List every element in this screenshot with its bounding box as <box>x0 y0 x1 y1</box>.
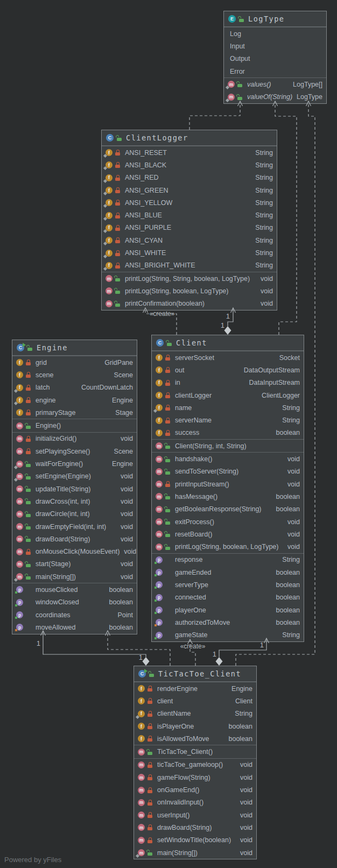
method-row[interactable]: mmain(String[])void <box>134 846 256 859</box>
edge-composition-client-clientlogger[interactable] <box>228 308 233 326</box>
method-row[interactable]: mprintLog(String, boolean, LogType)void <box>102 285 277 297</box>
field-row[interactable]: fclientClient <box>134 695 256 707</box>
class-title: Client <box>176 338 207 347</box>
method-row[interactable]: monGameEnd()void <box>134 784 256 796</box>
field-row[interactable]: fgridGridPane <box>12 356 137 369</box>
field-row[interactable]: fANSI_GREENString <box>102 184 277 196</box>
method-row[interactable]: mdrawCircle(int, int)void <box>12 508 137 520</box>
method-row[interactable]: mhasMessage()boolean <box>152 490 304 503</box>
enum-constant-row[interactable]: Input <box>224 40 326 52</box>
method-row[interactable]: mprintInputStream()void <box>152 478 304 490</box>
method-row[interactable]: mdrawBoard(String)void <box>134 821 256 834</box>
method-row[interactable]: mvalues()LogType[] <box>224 78 326 90</box>
method-row[interactable]: mvalueOf(String)LogType <box>224 90 326 103</box>
class-header[interactable]: CClientLogger <box>102 130 277 146</box>
field-row[interactable]: fnameString <box>152 401 304 414</box>
property-row[interactable]: pserverTypeboolean <box>152 578 304 591</box>
method-row[interactable]: mdrawEmptyField(int, int)void <box>12 520 137 533</box>
field-row[interactable]: fANSI_WHITEString <box>102 246 277 259</box>
method-row[interactable]: monMouseClick(MouseEvent)void <box>12 545 137 558</box>
field-row[interactable]: fsuccessboolean <box>152 427 304 439</box>
method-row[interactable]: msetPlayingScene()Scene <box>12 445 137 457</box>
method-row[interactable]: mdrawBoard(String)void <box>12 533 137 545</box>
method-row[interactable]: mTicTacToe_Client() <box>134 745 256 758</box>
method-row[interactable]: mwaitForEngine()Engine <box>12 457 137 470</box>
method-row[interactable]: mgetBooleanResponse(String)boolean <box>152 503 304 516</box>
property-row[interactable]: pplayerOneboolean <box>152 604 304 616</box>
field-row[interactable]: fANSI_BRIGHT_WHITEString <box>102 259 277 272</box>
method-row[interactable]: mgameFlow(String)void <box>134 771 256 784</box>
field-row[interactable]: fisPlayerOneboolean <box>134 720 256 732</box>
method-row[interactable]: mexitProcess()void <box>152 516 304 528</box>
member-icons: f <box>156 366 171 373</box>
property-row[interactable]: pgameEndedboolean <box>152 566 304 578</box>
edge-create-tictactoe-client[interactable] <box>190 639 195 666</box>
member-name: in <box>175 379 180 386</box>
field-row[interactable]: fANSI_BLACKString <box>102 159 277 171</box>
class-node-clientlogger[interactable]: CClientLoggerfANSI_RESETStringfANSI_BLAC… <box>101 130 277 310</box>
method-row[interactable]: mstart(Stage)void <box>12 558 137 570</box>
field-row[interactable]: fANSI_PURPLEString <box>102 222 277 234</box>
property-row[interactable]: pmouseClickedboolean <box>12 583 137 596</box>
class-node-client[interactable]: CClientfserverSocketSocketfoutDataOutput… <box>151 335 304 642</box>
method-row[interactable]: muserInput()void <box>134 809 256 821</box>
method-row[interactable]: msendToServer(String)void <box>152 465 304 478</box>
field-row[interactable]: fserverNameString <box>152 414 304 426</box>
class-node-logtype[interactable]: ELogTypeLogInputOutputErrormvalues()LogT… <box>223 11 327 104</box>
method-row[interactable]: mresetBoard()void <box>152 528 304 540</box>
property-row[interactable]: presponseString <box>152 554 304 566</box>
class-header[interactable]: ELogType <box>224 11 326 27</box>
enum-constant-row[interactable]: Output <box>224 53 326 65</box>
member-icons: f <box>156 379 171 386</box>
method-row[interactable]: minitializeGrid()void <box>12 433 137 445</box>
method-row[interactable]: mClient(String, int, String) <box>152 440 304 452</box>
field-row[interactable]: flatchCountDownLatch <box>12 382 137 394</box>
field-row[interactable]: fANSI_CYANString <box>102 234 277 246</box>
field-row[interactable]: fisAllowedToMoveboolean <box>134 732 256 745</box>
property-row[interactable]: pcoordinatesPoint <box>12 609 137 621</box>
field-row[interactable]: fclientNameString <box>134 708 256 720</box>
method-row[interactable]: mhandshake()void <box>152 453 304 465</box>
method-row[interactable]: msetEngine(Engine)void <box>12 470 137 483</box>
edge-dependency-clientlogger-logtype[interactable] <box>189 101 240 130</box>
class-header[interactable]: CEngine <box>12 340 137 356</box>
method-row[interactable]: mprintLog(String, boolean, LogType)void <box>152 540 304 553</box>
method-row[interactable]: msetWindowTitle(boolean)void <box>134 834 256 846</box>
edge-dependency-client-logtype[interactable] <box>275 101 297 335</box>
property-row[interactable]: pgameStateString <box>152 629 304 641</box>
method-row[interactable]: mticTacToe_gameloop()void <box>134 759 256 771</box>
property-row[interactable]: pwindowClosedboolean <box>12 596 137 609</box>
method-row[interactable]: mmain(String[])void <box>12 570 137 583</box>
field-row[interactable]: fANSI_YELLOWString <box>102 196 277 209</box>
field-row[interactable]: fsceneScene <box>12 369 137 381</box>
field-row[interactable]: fengineEngine <box>12 394 137 406</box>
enum-constant-row[interactable]: Log <box>224 27 326 40</box>
method-row[interactable]: mprintLog(String, String, boolean, LogTy… <box>102 272 277 285</box>
private-lock-icon <box>148 787 152 793</box>
property-row[interactable]: pconnectedboolean <box>152 591 304 604</box>
method-row[interactable]: mupdateTitle(String)void <box>12 483 137 495</box>
property-row[interactable]: pauthorizedToMoveboolean <box>152 616 304 629</box>
field-row[interactable]: fclientLoggerClientLogger <box>152 389 304 401</box>
field-row[interactable]: frenderEngineEngine <box>134 682 256 695</box>
property-row[interactable]: pmoveAllowedboolean <box>12 621 137 633</box>
field-row[interactable]: fprimaryStageStage <box>12 406 137 419</box>
method-row[interactable]: mprintConfirmation(boolean)void <box>102 298 277 310</box>
field-row[interactable]: fANSI_REDString <box>102 172 277 184</box>
diagram-canvas[interactable]: «create»1111«create»11 Powered by yFiles… <box>0 0 337 868</box>
method-row[interactable]: mdrawCross(int, int)void <box>12 495 137 507</box>
enum-constant-row[interactable]: Error <box>224 65 326 77</box>
field-row[interactable]: foutDataOutputStream <box>152 364 304 376</box>
class-header[interactable]: CClient <box>152 335 304 351</box>
method-row[interactable]: monInvalidInput()void <box>134 796 256 809</box>
field-row[interactable]: fserverSocketSocket <box>152 351 304 364</box>
field-row[interactable]: fANSI_RESETString <box>102 146 277 159</box>
field-row[interactable]: fANSI_BLUEString <box>102 209 277 221</box>
edge-create-client-clientlogger[interactable] <box>145 308 177 335</box>
class-node-tictactoe_client[interactable]: CTicTacToe_ClientfrenderEngineEnginefcli… <box>134 666 257 859</box>
class-node-engine[interactable]: CEnginefgridGridPanefsceneSceneflatchCou… <box>12 340 137 634</box>
edge-composition-tictactoe-engine[interactable] <box>43 631 146 657</box>
field-row[interactable]: finDataInputStream <box>152 377 304 389</box>
method-row[interactable]: mEngine() <box>12 419 137 432</box>
class-header[interactable]: CTicTacToe_Client <box>134 666 256 682</box>
